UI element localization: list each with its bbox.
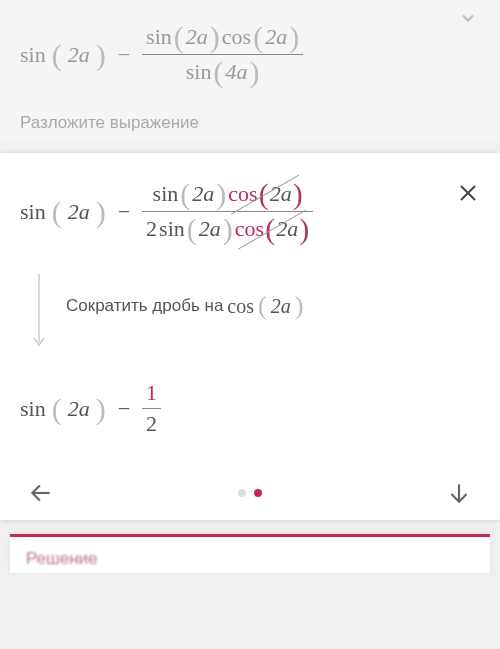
arg-4a: 4a xyxy=(225,59,247,85)
expanded-expression: sin ( 2a ) − sin ( 2a ) cos ( 2a ) 2 sin xyxy=(20,177,480,246)
sin-label: sin xyxy=(186,59,212,85)
paren-open: ( xyxy=(52,40,62,70)
sin-label: sin xyxy=(159,216,185,242)
paren-close: ) xyxy=(210,22,220,52)
step-nav xyxy=(20,480,480,506)
arg-2a: 2a xyxy=(68,396,90,422)
arg-2a: 2a xyxy=(192,181,214,207)
nav-back-button[interactable] xyxy=(28,480,54,506)
arrow-down-icon xyxy=(32,272,46,348)
paren-open: ( xyxy=(253,22,263,52)
paren-open: ( xyxy=(174,22,184,52)
solution-label: Решение xyxy=(26,549,474,569)
fraction: sin ( 2a ) cos ( 2a ) 2 sin ( 2a ) cos xyxy=(142,177,313,246)
solution-peek[interactable]: Решение xyxy=(10,534,490,573)
paren-open: ( xyxy=(258,293,267,319)
cancelled-cos-2a-num: cos ( 2a ) xyxy=(228,179,302,209)
arg-2a: 2a xyxy=(270,181,292,207)
fraction: sin ( 2a ) cos ( 2a ) sin ( 4a ) xyxy=(142,20,303,89)
nav-down-button[interactable] xyxy=(446,480,472,506)
step-description-row: Сократить дробь на cos ( 2a ) xyxy=(32,272,480,348)
paren-close: ) xyxy=(216,179,226,209)
paren-open: ( xyxy=(265,214,275,244)
paren-open: ( xyxy=(187,214,197,244)
step-dots xyxy=(238,489,262,497)
top-formula-section: sin ( 2a ) − sin ( 2a ) cos ( 2a ) sin (… xyxy=(0,0,500,143)
arg-2a: 2a xyxy=(276,216,298,242)
sin-label: sin xyxy=(20,396,46,422)
paren-open: ( xyxy=(213,57,223,87)
arg-2a: 2a xyxy=(186,24,208,50)
paren-open: ( xyxy=(259,179,269,209)
paren-close: ) xyxy=(96,394,106,424)
arg-2a: 2a xyxy=(68,42,90,68)
sin-label: sin xyxy=(146,24,172,50)
step-card: sin ( 2a ) − sin ( 2a ) cos ( 2a ) 2 sin xyxy=(0,153,500,520)
arg-2a: 2a xyxy=(68,199,90,225)
arg-2a: 2a xyxy=(265,24,287,50)
chevron-down-icon[interactable] xyxy=(458,8,478,28)
paren-close: ) xyxy=(289,22,299,52)
sin-label: sin xyxy=(153,181,179,207)
instruction-text: Разложите выражение xyxy=(20,113,480,133)
paren-open: ( xyxy=(52,197,62,227)
step-text-prefix: Сократить дробь на xyxy=(66,292,223,319)
sin-label: sin xyxy=(20,42,46,68)
minus-sign: − xyxy=(118,396,130,422)
paren-open: ( xyxy=(180,179,190,209)
minus-sign: − xyxy=(118,42,130,68)
numerator-one: 1 xyxy=(142,378,161,408)
dot-1[interactable] xyxy=(238,489,246,497)
denominator-two: 2 xyxy=(142,409,161,439)
cos-label: cos xyxy=(235,216,264,242)
step-description: Сократить дробь на cos ( 2a ) xyxy=(66,272,303,322)
paren-close: ) xyxy=(295,293,304,319)
cancelled-cos-2a-den: cos ( 2a ) xyxy=(235,214,309,244)
paren-close: ) xyxy=(96,40,106,70)
step-cos-label: cos xyxy=(227,290,254,322)
coef-2: 2 xyxy=(146,216,157,242)
original-expression: sin ( 2a ) − sin ( 2a ) cos ( 2a ) sin (… xyxy=(20,20,480,89)
result-expression: sin ( 2a ) − 1 2 xyxy=(20,378,480,440)
step-arg-2a: 2a xyxy=(271,290,291,322)
sin-label: sin xyxy=(20,199,46,225)
cos-label: cos xyxy=(222,24,251,50)
paren-open: ( xyxy=(52,394,62,424)
minus-sign: − xyxy=(118,199,130,225)
close-icon[interactable] xyxy=(456,181,480,205)
cos-label: cos xyxy=(228,181,257,207)
dot-2[interactable] xyxy=(254,489,262,497)
arg-2a: 2a xyxy=(199,216,221,242)
paren-close: ) xyxy=(299,214,309,244)
paren-close: ) xyxy=(96,197,106,227)
paren-close: ) xyxy=(249,57,259,87)
paren-close: ) xyxy=(293,179,303,209)
paren-close: ) xyxy=(223,214,233,244)
fraction-half: 1 2 xyxy=(142,378,161,440)
